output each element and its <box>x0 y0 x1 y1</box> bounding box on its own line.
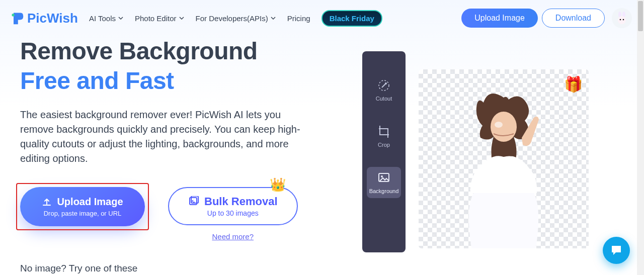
scrollbar-track[interactable] <box>637 0 644 275</box>
image-preview: 🎁 <box>419 69 589 248</box>
no-image-hint: No image? Try one of these <box>20 263 342 274</box>
svg-point-13 <box>495 122 503 128</box>
logo-icon <box>10 11 24 25</box>
crop-icon <box>377 125 391 139</box>
svg-point-5 <box>623 19 624 21</box>
crown-icon: 👑 <box>270 177 286 193</box>
brand-name: PicWish <box>27 11 78 26</box>
need-more-link[interactable]: Need more? <box>212 232 254 241</box>
chat-icon <box>610 244 623 257</box>
bulk-label: Bulk Removal <box>204 195 278 208</box>
nav-ai-tools[interactable]: AI Tools <box>89 14 124 23</box>
svg-point-11 <box>381 175 383 177</box>
scrollbar-thumb[interactable] <box>638 1 643 31</box>
upload-image-button[interactable]: Upload Image Drop, paste image, or URL <box>20 187 145 226</box>
bulk-upload-icon <box>188 196 199 207</box>
upload-subtext: Drop, paste image, or URL <box>44 210 122 217</box>
image-icon <box>377 171 391 185</box>
user-avatar[interactable] <box>612 8 632 28</box>
title-line-1: Remove Background <box>20 38 258 64</box>
top-navigation: PicWish AI Tools Photo Editor For Develo… <box>0 0 644 32</box>
bulk-removal-button[interactable]: Bulk Removal Up to 30 images <box>168 187 298 225</box>
upload-icon <box>42 197 52 207</box>
bunny-avatar-icon <box>615 12 628 25</box>
download-header-button[interactable]: Download <box>542 9 605 28</box>
bulk-subtext: Up to 30 images <box>207 209 259 217</box>
svg-point-4 <box>620 19 621 21</box>
promo-badge[interactable]: Black Friday <box>321 10 382 27</box>
tool-background[interactable]: Background <box>367 167 401 198</box>
svg-rect-0 <box>12 14 15 16</box>
page-title: Remove Background Free and Fast <box>20 37 342 95</box>
svg-point-3 <box>618 16 626 24</box>
upload-label: Upload Image <box>57 196 123 208</box>
editor-tool-strip: Cutout Crop Background <box>362 51 406 252</box>
tool-cutout[interactable]: Cutout <box>367 74 401 106</box>
chevron-down-icon <box>270 15 276 21</box>
nav-developers[interactable]: For Developers(APIs) <box>196 14 276 23</box>
title-line-2: Free and Fast <box>20 67 342 95</box>
chat-support-button[interactable] <box>603 237 630 264</box>
upload-image-header-button[interactable]: Upload Image <box>461 9 538 28</box>
nav-photo-editor[interactable]: Photo Editor <box>135 14 185 23</box>
sample-person-cutout <box>443 77 564 248</box>
chevron-down-icon <box>179 15 185 21</box>
gift-icon[interactable]: 🎁 <box>564 75 583 93</box>
chevron-down-icon <box>118 15 124 21</box>
svg-point-12 <box>491 112 517 142</box>
nav-pricing[interactable]: Pricing <box>287 14 310 23</box>
tool-crop[interactable]: Crop <box>367 121 401 152</box>
cutout-icon <box>377 78 391 93</box>
svg-point-9 <box>385 82 387 84</box>
main-nav: AI Tools Photo Editor For Developers(API… <box>89 10 382 27</box>
brand-logo[interactable]: PicWish <box>10 11 78 26</box>
hero-description: The easiest background remover ever! Pic… <box>20 108 302 166</box>
